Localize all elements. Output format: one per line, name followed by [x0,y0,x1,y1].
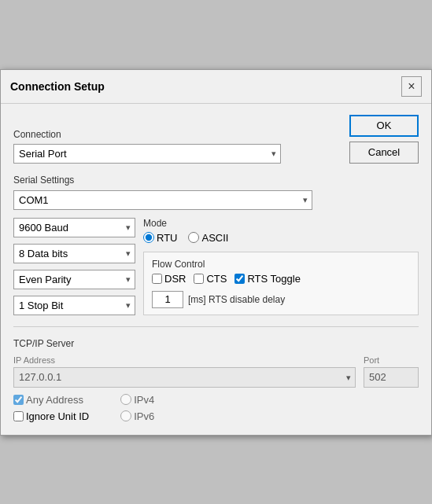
flow-control-section: Flow Control DSR CTS [143,252,419,315]
tcpip-checkboxes: Any Address Ignore Unit ID IPv4 IPv6 [13,394,419,422]
section-divider [13,326,419,327]
ipv4-label: IPv4 [134,394,154,406]
ignore-unit-id-checkbox[interactable] [13,411,24,421]
rts-toggle-option[interactable]: RTS Toggle [234,273,300,285]
ipv6-label: IPv6 [134,410,154,422]
mode-rtu-option[interactable]: RTU [143,232,177,244]
title-bar: Connection Setup × [1,70,431,104]
dsr-option[interactable]: DSR [152,273,186,285]
serial-right-options: Mode RTU ASCII [143,218,419,315]
cancel-button[interactable]: Cancel [349,142,419,164]
mode-ascii-label: ASCII [201,232,228,244]
stop-bit-select-wrapper: 1 Stop Bit 2 Stop Bits [13,296,135,315]
dsr-checkbox[interactable] [152,274,162,284]
tcpip-left-checks: Any Address Ignore Unit ID [13,394,89,422]
cts-option[interactable]: CTS [194,273,227,285]
flow-checkboxes-row: DSR CTS RTS Toggle [152,273,410,285]
ipv4-option[interactable]: IPv4 [120,394,154,406]
mode-rtu-radio[interactable] [143,232,154,243]
any-address-checkbox[interactable] [13,395,24,405]
ok-button[interactable]: OK [349,115,419,137]
rts-delay-label: [ms] RTS disable delay [188,294,285,305]
data-bits-select-wrapper: 8 Data bits 7 Data bits [13,244,135,263]
flow-control-label: Flow Control [152,259,410,270]
serial-settings-section: Serial Settings COM1 COM2 COM3 COM4 [13,175,419,315]
ip-address-input [13,367,356,388]
serial-port-row: COM1 COM2 COM3 COM4 [13,190,419,210]
serial-options-row: 9600 Baud 19200 Baud 38400 Baud 115200 B… [13,218,419,315]
cts-label: CTS [206,273,227,285]
mode-ascii-radio[interactable] [188,232,199,243]
connection-select-wrapper: Serial Port TCP/IP [13,144,281,164]
tcpip-label: TCP/IP Server [13,338,419,349]
dsr-label: DSR [164,273,186,285]
any-address-label: Any Address [26,394,83,406]
mode-rtu-label: RTU [157,232,177,244]
cts-checkbox[interactable] [194,274,204,284]
rts-delay-input[interactable] [152,291,183,308]
stop-bit-select[interactable]: 1 Stop Bit 2 Stop Bits [13,296,135,315]
tcpip-section: TCP/IP Server IP Address Port [13,338,419,422]
ip-group: IP Address [13,355,356,388]
parity-select[interactable]: Even Parity None Odd Parity [13,270,135,289]
ipv4-radio[interactable] [120,394,131,405]
ignore-unit-id-label: Ignore Unit ID [26,410,89,422]
baud-select[interactable]: 9600 Baud 19200 Baud 38400 Baud 115200 B… [13,218,135,237]
mode-ascii-option[interactable]: ASCII [188,232,228,244]
mode-section: Mode RTU ASCII [143,218,419,244]
mode-radio-row: RTU ASCII [143,232,419,244]
rts-delay-row: [ms] RTS disable delay [152,291,410,308]
close-button[interactable]: × [401,76,422,97]
connection-label: Connection [13,129,337,140]
connection-setup-dialog: Connection Setup × Connection Serial Por… [0,69,432,436]
tcpip-addr-row: IP Address Port [13,355,419,388]
serial-left-options: 9600 Baud 19200 Baud 38400 Baud 115200 B… [13,218,135,315]
ip-select-wrapper [13,367,356,388]
ipv6-option[interactable]: IPv6 [120,410,154,422]
ipv6-radio[interactable] [120,410,131,421]
baud-select-wrapper: 9600 Baud 19200 Baud 38400 Baud 115200 B… [13,218,135,237]
connection-left: Connection Serial Port TCP/IP [13,129,337,164]
dialog-title: Connection Setup [10,80,105,93]
serial-port-select-wrapper: COM1 COM2 COM3 COM4 [13,190,312,210]
parity-select-wrapper: Even Parity None Odd Parity [13,270,135,289]
rts-toggle-checkbox[interactable] [234,274,245,284]
connection-select[interactable]: Serial Port TCP/IP [13,144,281,164]
mode-label: Mode [143,218,419,229]
ignore-unit-id-option[interactable]: Ignore Unit ID [13,410,89,422]
dialog-body: Connection Serial Port TCP/IP OK Cancel … [1,104,431,435]
serial-settings-label: Serial Settings [13,175,419,186]
port-sublabel: Port [364,355,419,365]
ip-sublabel: IP Address [13,355,356,365]
port-input [364,367,419,388]
rts-toggle-label: RTS Toggle [247,273,300,285]
connection-row: Connection Serial Port TCP/IP OK Cancel [13,115,419,164]
tcpip-right-checks: IPv4 IPv6 [120,394,154,422]
data-bits-select[interactable]: 8 Data bits 7 Data bits [13,244,135,263]
button-group: OK Cancel [349,115,419,164]
port-group: Port [364,355,419,388]
serial-port-select[interactable]: COM1 COM2 COM3 COM4 [13,190,312,210]
any-address-option[interactable]: Any Address [13,394,89,406]
